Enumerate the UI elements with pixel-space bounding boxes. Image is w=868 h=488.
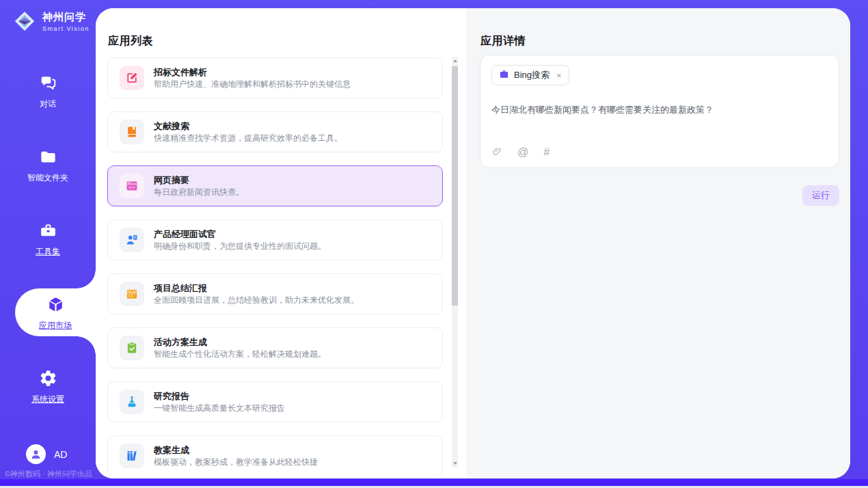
run-button[interactable]: 运行 <box>802 185 839 206</box>
briefcase-icon <box>499 69 509 81</box>
scroll-up-arrow[interactable] <box>452 57 458 65</box>
calendar-icon <box>120 282 144 306</box>
sidebar-item-gear[interactable]: 系统设置 <box>0 362 96 410</box>
query-text[interactable]: 今日湖北有哪些新闻要点？有哪些需要关注的最新政策？ <box>491 104 828 116</box>
clipboard-check-icon <box>120 336 144 360</box>
user-chip[interactable]: AD <box>26 444 67 464</box>
sidebar-item-chat[interactable]: 对话 <box>0 67 96 115</box>
app-description: 模板驱动，教案秒成，教学准备从此轻松快捷 <box>154 458 318 466</box>
main-content: 应用列表 招标文件解析 帮助用户快速、准确地理解和解析招标书中的关键信息 文献搜… <box>96 8 850 478</box>
brand-logo: 神州问学 Smart Vision <box>12 9 90 33</box>
list-item[interactable]: 文献搜索 快速精准查找学术资源，提高研究效率的必备工具。 <box>107 111 443 152</box>
list-item[interactable]: 研究报告 一键智能生成高质量长文本研究报告 <box>107 381 443 422</box>
app-name: 活动方案生成 <box>154 338 326 347</box>
brand-diamond-icon <box>12 9 37 33</box>
app-detail-panel: 应用详情 Bing搜索 × 今日湖北有哪些新闻要点？有哪些需要关注的最新政策？ … <box>466 8 850 478</box>
user-initials: AD <box>54 449 67 460</box>
browser-code-icon: </> <box>120 174 144 198</box>
prompt-card[interactable]: Bing搜索 × 今日湖北有哪些新闻要点？有哪些需要关注的最新政策？ @# <box>480 55 839 168</box>
sidebar-item-cube[interactable]: 应用市场 <box>15 288 96 336</box>
hash-icon[interactable]: # <box>543 147 550 158</box>
list-item[interactable]: 教案生成 模板驱动，教案秒成，教学准备从此轻松快捷 <box>107 435 443 476</box>
books-icon <box>120 444 144 468</box>
app-list: 招标文件解析 帮助用户快速、准确地理解和解析招标书中的关键信息 文献搜索 快速精… <box>107 57 443 476</box>
tool-tag-bing-search[interactable]: Bing搜索 × <box>491 65 569 85</box>
app-window: 神州问学 Smart Vision 对话 智能文件夹 工具集 应用市场 系统设置… <box>0 0 868 488</box>
scrollbar[interactable] <box>452 57 458 467</box>
app-list-title: 应用列表 <box>108 34 153 49</box>
app-description: 帮助用户快速、准确地理解和解析招标书中的关键信息 <box>154 80 351 88</box>
list-item[interactable]: 招标文件解析 帮助用户快速、准确地理解和解析招标书中的关键信息 <box>107 57 443 98</box>
app-name: 招标文件解析 <box>154 68 351 77</box>
app-description: 快速精准查找学术资源，提高研究效率的必备工具。 <box>154 134 342 142</box>
app-name: 教案生成 <box>154 446 318 455</box>
app-list-panel: 应用列表 招标文件解析 帮助用户快速、准确地理解和解析招标书中的关键信息 文献搜… <box>96 8 466 478</box>
at-icon[interactable]: @ <box>517 147 528 158</box>
list-item[interactable]: 产品经理面试官 明确身份和职责，为您提供专业性的面试问题。 <box>107 219 443 260</box>
copyright: ©神州数码 · 神州问学出品 <box>5 469 107 479</box>
list-item[interactable]: 项目总结汇报 全面回顾项目进展，总结经验教训，助力未来优化发展。 <box>107 273 443 314</box>
app-name: 项目总结汇报 <box>154 284 359 293</box>
app-name: 文献搜索 <box>154 122 342 131</box>
app-description: 全面回顾项目进展，总结经验教训，助力未来优化发展。 <box>154 296 359 304</box>
interviewer-icon <box>120 228 144 252</box>
folder-icon <box>39 148 57 168</box>
app-name: 网页摘要 <box>154 176 244 185</box>
sidebar: 神州问学 Smart Vision 对话 智能文件夹 工具集 应用市场 系统设置… <box>0 0 96 486</box>
bottom-accent-bar <box>0 479 868 486</box>
app-description: 智能生成个性化活动方案，轻松解决规划难题。 <box>154 350 326 358</box>
sidebar-item-toolbox[interactable]: 工具集 <box>0 215 96 262</box>
list-item-selected[interactable]: </> 网页摘要 每日政府新闻资讯快查。 <box>107 165 443 206</box>
tool-tag-label: Bing搜索 <box>514 69 550 81</box>
paperclip-icon[interactable] <box>492 146 502 159</box>
close-icon[interactable]: × <box>556 70 562 81</box>
app-description: 一键智能生成高质量长文本研究报告 <box>154 404 285 412</box>
brand-subtitle: Smart Vision <box>42 25 90 32</box>
svg-text:</>: </> <box>128 185 136 189</box>
avatar <box>26 444 46 464</box>
app-description: 明确身份和职责，为您提供专业性的面试问题。 <box>154 242 326 250</box>
sidebar-item-folder[interactable]: 智能文件夹 <box>0 141 96 189</box>
app-name: 研究报告 <box>154 392 285 401</box>
chat-icon <box>39 74 57 94</box>
app-description: 每日政府新闻资讯快查。 <box>154 188 244 196</box>
scrollbar-thumb[interactable] <box>452 66 458 306</box>
toolbox-icon <box>39 221 57 242</box>
app-detail-title: 应用详情 <box>480 34 526 49</box>
app-name: 产品经理面试官 <box>154 230 326 239</box>
input-toolbar: @# <box>492 146 550 159</box>
brand-name: 神州问学 <box>42 11 90 24</box>
gear-icon <box>39 369 57 390</box>
book-icon <box>120 120 144 144</box>
flask-icon <box>120 390 144 414</box>
list-item[interactable]: 活动方案生成 智能生成个性化活动方案，轻松解决规划难题。 <box>107 327 443 368</box>
edit-square-icon <box>120 66 144 90</box>
sidebar-nav: 对话 智能文件夹 工具集 应用市场 系统设置 <box>0 67 96 436</box>
cube-icon <box>46 295 65 316</box>
scroll-down-arrow[interactable] <box>452 459 458 467</box>
